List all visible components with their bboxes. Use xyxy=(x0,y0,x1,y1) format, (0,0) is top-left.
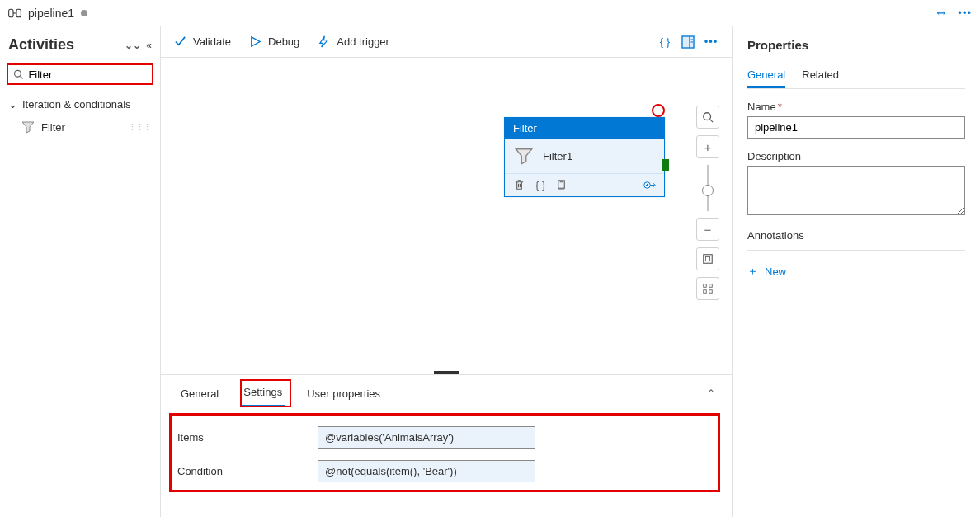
tab-settings[interactable]: Settings xyxy=(240,379,285,407)
search-icon xyxy=(702,111,714,123)
collapse-panel-icon[interactable]: « xyxy=(146,40,152,51)
layout-icon xyxy=(702,283,714,294)
properties-title: Properties xyxy=(747,38,965,52)
pipeline-canvas[interactable]: Filter Filter1 { } xyxy=(161,58,732,374)
items-input[interactable] xyxy=(318,426,535,449)
node-type-label: Filter xyxy=(505,118,664,139)
annotations-label: Annotations xyxy=(747,229,804,242)
validate-button[interactable]: Validate xyxy=(174,35,231,48)
unsaved-indicator-icon xyxy=(81,10,87,16)
activity-settings-panel: General Settings User properties ⌃ Items… xyxy=(161,374,732,517)
properties-panel: Properties General Related Name* Descrip… xyxy=(733,26,980,517)
required-indicator: * xyxy=(778,101,782,113)
panel-resize-handle[interactable] xyxy=(434,371,459,374)
collapse-all-icon[interactable]: ⌄⌄ xyxy=(125,40,141,51)
zoom-slider[interactable] xyxy=(707,165,709,211)
delete-icon[interactable] xyxy=(513,179,525,191)
drag-handle-icon[interactable]: ⋮⋮⋮ xyxy=(128,122,150,133)
svg-line-4 xyxy=(21,76,23,78)
more-icon[interactable]: ••• xyxy=(958,7,972,19)
status-indicator-icon xyxy=(652,104,665,117)
properties-toggle-button[interactable] xyxy=(681,35,695,49)
pipeline-tab-label: pipeline1 xyxy=(28,7,74,20)
svg-rect-1 xyxy=(16,9,21,16)
properties-icon xyxy=(681,35,695,49)
description-label: Description xyxy=(747,150,801,162)
fit-icon xyxy=(702,253,714,265)
condition-label: Condition xyxy=(177,465,301,477)
name-label: Name xyxy=(747,101,776,113)
tab-general[interactable]: General xyxy=(177,381,222,407)
properties-tab-related[interactable]: Related xyxy=(802,63,839,88)
canvas-tools: + − xyxy=(695,106,720,300)
copy-icon[interactable] xyxy=(555,179,568,191)
play-icon xyxy=(249,35,261,48)
activities-title: Activities xyxy=(8,36,74,54)
svg-rect-18 xyxy=(704,284,707,288)
add-output-icon[interactable] xyxy=(643,179,656,191)
editor-area: Validate Debug Add trigger { } ••• xyxy=(161,26,733,517)
search-icon xyxy=(13,68,23,80)
svg-rect-20 xyxy=(704,290,707,294)
funnel-icon xyxy=(21,120,35,134)
funnel-icon xyxy=(515,147,533,165)
properties-tab-general[interactable]: General xyxy=(747,63,785,88)
trigger-icon xyxy=(318,35,330,48)
activities-sidebar: Activities ⌄⌄ « ⌄ Iteration & conditiona… xyxy=(0,26,161,517)
items-label: Items xyxy=(177,431,301,444)
add-trigger-button[interactable]: Add trigger xyxy=(318,35,389,48)
collapse-panel-icon[interactable]: ⌃ xyxy=(707,388,715,399)
svg-point-14 xyxy=(704,113,711,120)
svg-rect-16 xyxy=(704,255,713,264)
toolbar-more-icon[interactable]: ••• xyxy=(704,35,719,49)
canvas-search-button[interactable] xyxy=(696,106,719,129)
pipeline-description-input[interactable] xyxy=(747,166,965,215)
pipeline-tab[interactable]: pipeline1 xyxy=(8,7,87,20)
svg-rect-0 xyxy=(9,9,13,16)
auto-layout-button[interactable] xyxy=(696,277,719,300)
filter-activity-node[interactable]: Filter Filter1 { } xyxy=(504,117,665,197)
plus-icon: ＋ xyxy=(747,264,758,279)
add-annotation-button[interactable]: ＋ New xyxy=(747,259,965,284)
fit-screen-button[interactable] xyxy=(696,247,719,270)
svg-rect-19 xyxy=(709,284,713,288)
svg-rect-17 xyxy=(705,256,709,261)
check-icon xyxy=(174,35,186,48)
zoom-out-button[interactable]: − xyxy=(696,218,719,241)
editor-toolbar: Validate Debug Add trigger { } ••• xyxy=(161,26,732,58)
tab-bar: pipeline1 ⤢ ••• xyxy=(0,0,980,26)
svg-line-15 xyxy=(710,120,714,123)
expand-icon[interactable]: ⤢ xyxy=(935,5,949,20)
code-view-button[interactable]: { } xyxy=(657,35,672,49)
output-port[interactable] xyxy=(662,159,669,171)
zoom-in-button[interactable]: + xyxy=(696,135,719,158)
node-name-label: Filter1 xyxy=(543,150,572,162)
debug-button[interactable]: Debug xyxy=(249,35,299,48)
code-icon[interactable]: { } xyxy=(535,179,545,191)
svg-point-3 xyxy=(15,70,21,77)
svg-rect-21 xyxy=(709,290,713,294)
chevron-down-icon: ⌄ xyxy=(8,98,17,110)
activity-item-filter[interactable]: Filter ⋮⋮⋮ xyxy=(7,115,153,139)
pipeline-icon xyxy=(8,7,21,19)
activities-search-input[interactable] xyxy=(28,68,147,81)
tab-user-properties[interactable]: User properties xyxy=(304,381,384,407)
activities-search[interactable] xyxy=(7,63,153,85)
activity-group-iteration[interactable]: ⌄ Iteration & conditionals xyxy=(7,93,153,115)
condition-input[interactable] xyxy=(318,460,535,482)
pipeline-name-input[interactable] xyxy=(747,116,965,139)
